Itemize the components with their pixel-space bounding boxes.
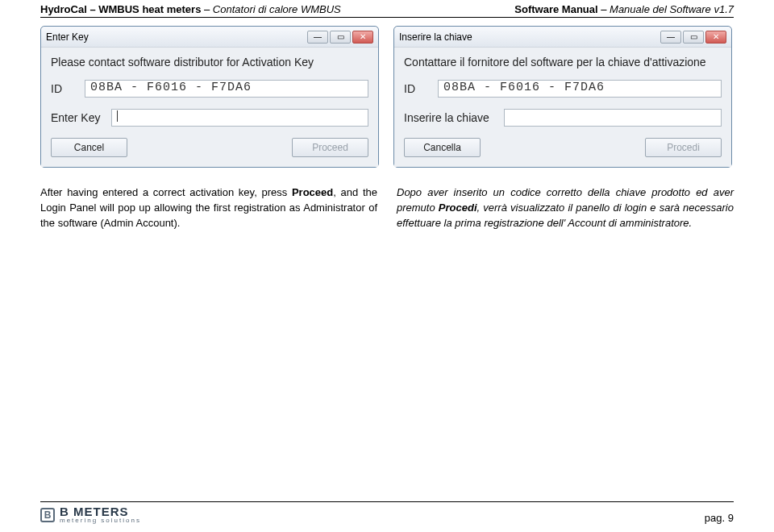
- cancel-button[interactable]: Cancella: [404, 138, 481, 157]
- id-label-en: ID: [51, 82, 73, 95]
- button-row-it: Cancella Procedi: [404, 138, 722, 157]
- body-it: Dopo aver inserito un codice corretto de…: [397, 185, 734, 231]
- key-row-it: Inserire la chiave: [404, 109, 722, 127]
- close-icon[interactable]: ✕: [705, 31, 726, 44]
- body-en: After having entered a correct activatio…: [40, 185, 377, 231]
- page-number: pag. 9: [705, 512, 734, 524]
- instruction-text-en: Please contact software distributor for …: [51, 56, 368, 69]
- key-label-it: Inserire la chiave: [404, 111, 493, 124]
- enter-key-dialog-it: Inserire la chiave — ▭ ✕ Contattare il f…: [393, 26, 732, 168]
- cancel-button[interactable]: Cancel: [51, 138, 127, 157]
- minimize-icon[interactable]: —: [660, 31, 681, 44]
- window-title-en: Enter Key: [46, 31, 307, 43]
- maximize-icon[interactable]: ▭: [330, 31, 351, 44]
- body-en-pre: After having entered a correct activatio…: [40, 186, 292, 198]
- key-field-en[interactable]: [111, 109, 368, 127]
- header-left-italic: – Contatori di calore WMBUS: [201, 3, 340, 15]
- id-row-it: ID 08BA - F6016 - F7DA6: [404, 80, 722, 98]
- proceed-button[interactable]: Procedi: [645, 138, 722, 157]
- maximize-icon[interactable]: ▭: [683, 31, 704, 44]
- titlebar-it[interactable]: Inserire la chiave — ▭ ✕: [394, 27, 731, 48]
- window-body-en: Please contact software distributor for …: [41, 48, 378, 167]
- caret-icon: [117, 110, 118, 122]
- page-header: HydroCal – WMBUS heat meters – Contatori…: [0, 0, 774, 15]
- header-left: HydroCal – WMBUS heat meters – Contatori…: [40, 3, 341, 15]
- logo-mark-icon: B: [40, 508, 55, 522]
- page-footer: B B METERS metering solutions pag. 9: [40, 501, 734, 524]
- id-row-en: ID 08BA - F6016 - F7DA6: [51, 80, 368, 98]
- logo-small: metering solutions: [60, 517, 141, 524]
- logo: B B METERS metering solutions: [40, 505, 141, 524]
- instruction-text-it: Contattare il fornitore del software per…: [404, 56, 722, 69]
- button-row-en: Cancel Proceed: [51, 138, 368, 157]
- window-body-it: Contattare il fornitore del software per…: [394, 48, 731, 167]
- window-title-it: Inserire la chiave: [399, 31, 660, 43]
- window-controls-en: — ▭ ✕: [307, 31, 373, 44]
- header-right-bold: Software Manual: [514, 3, 597, 15]
- key-row-en: Enter Key: [51, 109, 368, 127]
- header-left-bold: HydroCal – WMBUS heat meters: [40, 3, 201, 15]
- body-it-bold: Procedi: [439, 202, 477, 214]
- header-right: Software Manual – Manuale del Software v…: [514, 3, 734, 15]
- window-controls-it: — ▭ ✕: [660, 31, 726, 44]
- enter-key-dialog-en: Enter Key — ▭ ✕ Please contact software …: [40, 26, 379, 168]
- logo-text: B METERS metering solutions: [60, 505, 141, 524]
- id-label-it: ID: [404, 82, 427, 95]
- titlebar-en[interactable]: Enter Key — ▭ ✕: [41, 27, 378, 48]
- close-icon[interactable]: ✕: [352, 31, 373, 44]
- logo-big: B METERS: [60, 505, 141, 517]
- id-field-it[interactable]: 08BA - F6016 - F7DA6: [438, 80, 722, 98]
- minimize-icon[interactable]: —: [307, 31, 328, 44]
- id-field-en[interactable]: 08BA - F6016 - F7DA6: [85, 80, 368, 98]
- key-field-it[interactable]: [504, 109, 722, 127]
- dialogs-row: Enter Key — ▭ ✕ Please contact software …: [0, 26, 774, 168]
- header-right-italic: – Manuale del Software v1.7: [598, 3, 734, 15]
- body-text: After having entered a correct activatio…: [0, 168, 774, 231]
- header-divider: [40, 17, 734, 18]
- proceed-button[interactable]: Proceed: [292, 138, 368, 157]
- key-label-en: Enter Key: [51, 111, 100, 124]
- body-en-bold: Proceed: [292, 186, 333, 198]
